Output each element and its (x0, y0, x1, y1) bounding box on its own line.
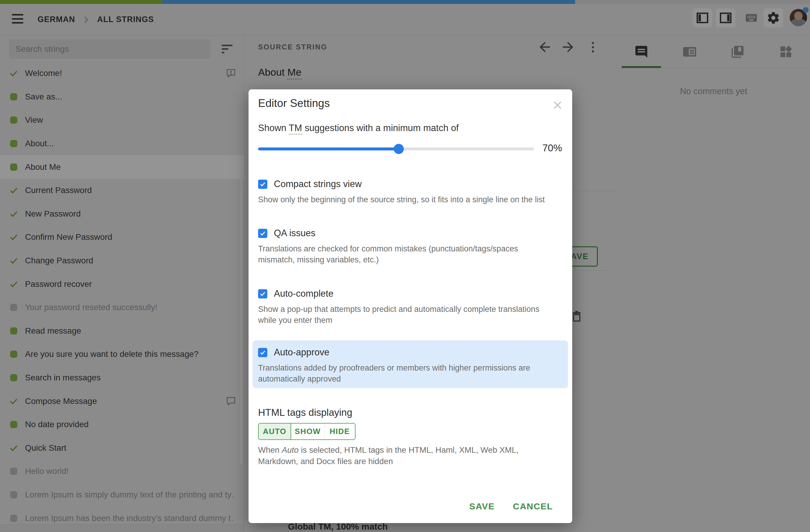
checkbox-compact-strings-view[interactable] (258, 180, 267, 189)
checkbox-check-icon (259, 230, 266, 237)
checkbox-auto-approve[interactable] (258, 348, 267, 357)
tm-threshold-slider[interactable] (258, 143, 534, 154)
html-tags-description: When Auto is selected, HTML tags in the … (258, 445, 557, 467)
slider-fill (258, 147, 399, 150)
checkbox-check-icon (259, 290, 266, 297)
option-label: Auto-complete (274, 288, 334, 299)
checkbox-auto-complete[interactable] (258, 289, 267, 298)
html-tags-desc-term: Auto (281, 445, 298, 454)
checkbox-check-icon (259, 181, 266, 188)
html-tags-show-button[interactable]: SHOW (291, 423, 324, 439)
html-tags-hide-button[interactable]: HIDE (324, 423, 355, 439)
option-description: Translations added by proofreaders or me… (258, 363, 556, 385)
modal-save-button[interactable]: SAVE (469, 500, 495, 513)
option-label: Auto-approve (274, 347, 329, 358)
checkbox-qa-issues[interactable] (258, 229, 267, 238)
option-auto-approve: Auto-approveTranslations added by proofr… (253, 340, 568, 388)
option-label: Compact strings view (274, 179, 362, 189)
option-auto-complete: Auto-completeShow a pop-up that attempts… (258, 288, 563, 326)
editor-settings-modal: Editor Settings Shown TM suggestions wit… (248, 89, 572, 523)
modal-cancel-button[interactable]: CANCEL (513, 500, 553, 513)
checkbox-check-icon (259, 349, 266, 356)
html-tags-label: HTML tags displaying (258, 407, 352, 418)
option-description: Translations are checked for common mist… (258, 243, 556, 265)
tm-threshold-label: Shown TM suggestions with a minimum matc… (258, 123, 459, 133)
option-description: Show a pop-up that attempts to predict a… (258, 304, 556, 326)
html-tags-toggle: AUTOSHOWHIDE (258, 423, 356, 440)
modal-title: Editor Settings (258, 97, 330, 110)
option-label: QA issues (274, 228, 315, 238)
tm-threshold-value: 70% (542, 143, 562, 154)
option-compact-strings-view: Compact strings viewShow only the beginn… (258, 179, 563, 205)
slider-thumb[interactable] (394, 144, 404, 154)
tm-term: TM (289, 123, 302, 135)
html-tags-auto-button[interactable]: AUTO (259, 423, 291, 439)
close-icon[interactable] (552, 99, 563, 111)
option-description: Show only the beginning of the source st… (258, 194, 556, 205)
option-qa-issues: QA issuesTranslations are checked for co… (258, 228, 563, 265)
